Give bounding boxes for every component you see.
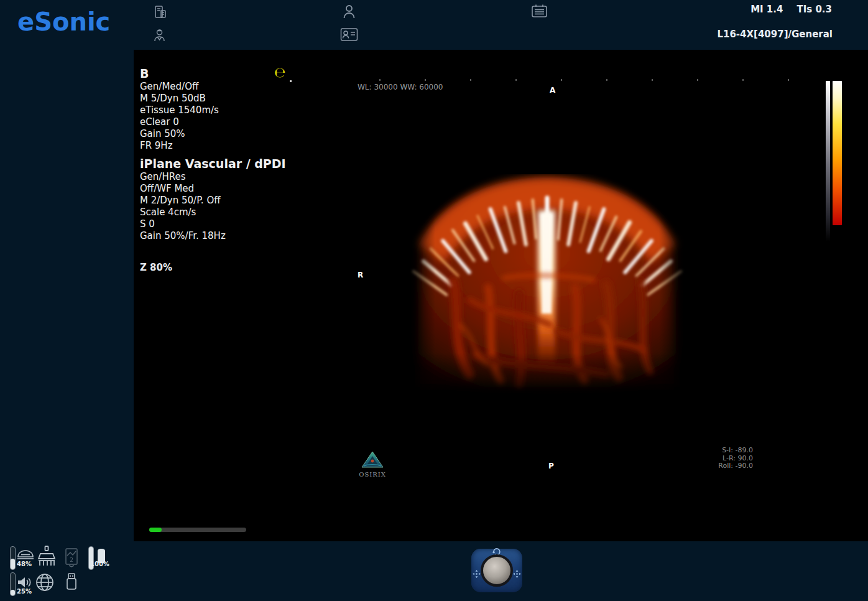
orientation-marker-posterior: P <box>548 462 554 470</box>
esonic-logo: eSonic <box>17 7 110 36</box>
print-queue-icon[interactable]: 2 <box>64 547 79 567</box>
b-mode-line: M 5/Dyn 50dB <box>140 93 286 105</box>
probe-orientation-mark: ℮ <box>274 67 286 78</box>
ultrasound-display[interactable]: B Gen/Med/Off M 5/Dyn 50dB eTissue 1540m… <box>134 50 868 541</box>
tis-value: TIs 0.3 <box>796 4 832 15</box>
disk-level-fill <box>11 559 15 569</box>
iplane-line: Gen/HRes <box>140 171 286 183</box>
b-mode-line: Gain 50% <box>140 128 286 140</box>
worksheet-icon[interactable] <box>531 4 548 18</box>
print-count: 2 <box>70 557 73 563</box>
volume-level-bar <box>10 572 16 596</box>
iplane-title: iPlane Vascular / dPDI <box>140 156 286 171</box>
doppler-colorbar <box>833 81 842 225</box>
brush-icon[interactable] <box>36 545 57 570</box>
ruler-tick <box>425 79 426 81</box>
pan-left-icon[interactable] <box>473 569 481 580</box>
osirix-label: OSIRIX <box>359 471 386 478</box>
vascular-3d-render <box>401 169 693 403</box>
rotation-roll: Roll: -90.0 <box>718 462 753 470</box>
iplane-line: Off/WF Med <box>140 183 286 195</box>
iplane-line: S 0 <box>140 218 286 230</box>
ruler-tick <box>652 79 653 81</box>
cine-progress-bar <box>149 528 246 532</box>
b-mode-line: FR 9Hz <box>140 140 286 152</box>
b-mode-line: eTissue 1540m/s <box>140 105 286 116</box>
volume-level-fill <box>11 590 15 595</box>
cursor-dot <box>290 80 292 82</box>
window-level-label: WL: 30000 WW: 60000 <box>358 83 443 91</box>
ruler-tick <box>470 79 471 81</box>
iplane-line: Gain 50%/Fr. 18Hz <box>140 230 286 242</box>
ultrasound-app: eSonic <box>0 0 868 601</box>
iplane-line: M 2/Dyn 50/P. Off <box>140 195 286 207</box>
parameter-panel: B Gen/Med/Off M 5/Dyn 50dB eTissue 1540m… <box>140 66 286 242</box>
doctor-icon[interactable] <box>152 28 167 43</box>
progress-fill <box>149 528 162 532</box>
probe-preset-label: L16-4X[4097]/General <box>717 29 833 40</box>
ruler-tick <box>379 79 381 81</box>
grayscale-colorbar <box>826 81 830 241</box>
ruler-tick <box>515 79 517 81</box>
iplane-line: Scale 4cm/s <box>140 207 286 218</box>
trackball-ball[interactable] <box>481 554 513 587</box>
trackball-widget[interactable] <box>471 549 522 592</box>
patient-id-icon[interactable] <box>340 27 358 42</box>
orientation-marker-anterior: A <box>550 86 555 95</box>
zoom-factor-label: Z 80% <box>140 262 172 273</box>
b-mode-line: Gen/Med/Off <box>140 81 286 93</box>
rotation-si: S-I: -89.0 <box>718 447 753 455</box>
osirix-pyramid-icon <box>361 451 384 468</box>
battery-percent-label: 100% <box>90 561 109 567</box>
pan-right-icon[interactable] <box>513 569 521 580</box>
orientation-marker-right: R <box>358 271 363 279</box>
disk-level-bar <box>10 546 16 570</box>
disk-icon[interactable] <box>16 549 35 561</box>
ruler-tick <box>606 79 607 81</box>
network-globe-icon[interactable] <box>35 572 55 592</box>
b-mode-line: eClear 0 <box>140 116 286 128</box>
disk-percent-label: 48% <box>17 561 32 567</box>
ruler-tick <box>788 79 789 81</box>
acoustic-indices: MI 1.4 TIs 0.3 <box>750 4 832 15</box>
patient-icon[interactable] <box>342 4 356 19</box>
ruler-tick <box>561 79 562 81</box>
ruler-tick <box>742 79 744 81</box>
mi-value: MI 1.4 <box>750 4 783 15</box>
ruler-tick <box>697 79 698 81</box>
b-mode-title: B <box>140 66 286 81</box>
rotation-readout: S-I: -89.0 L-R: 90.0 Roll: -90.0 <box>718 447 753 470</box>
osirix-watermark: OSIRIX <box>359 451 386 478</box>
usb-icon[interactable] <box>65 572 78 591</box>
volume-percent-label: 25% <box>17 588 32 595</box>
exam-report-icon[interactable] <box>154 5 167 19</box>
